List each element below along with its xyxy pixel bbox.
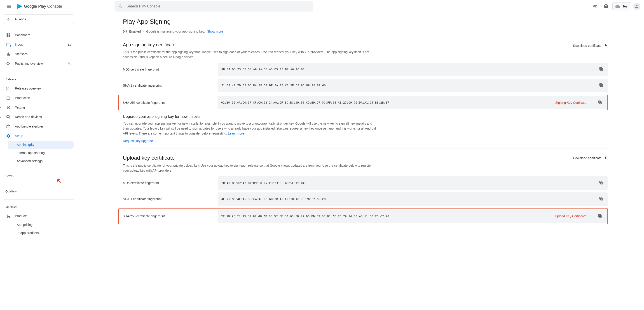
production-icon bbox=[6, 96, 10, 100]
help-button[interactable] bbox=[602, 2, 610, 11]
sidebar-section-grow[interactable]: Grow ▾ bbox=[4, 173, 74, 180]
sidebar-item-app-integrity[interactable]: App integrity bbox=[8, 141, 74, 149]
search-input[interactable] bbox=[126, 4, 310, 8]
download-label: Download certificate bbox=[573, 156, 602, 160]
user-avatar[interactable] bbox=[633, 3, 640, 10]
fp-value-box: 2F:7B:93:27:93:E7:82:48:AD:64:57:EE:D4:0… bbox=[218, 210, 607, 223]
annotation-upload: Upload Key Certificate bbox=[555, 214, 586, 218]
copy-icon bbox=[598, 214, 602, 218]
status-row: Enabled · Google is managing your app si… bbox=[123, 29, 608, 38]
fp-code: 2F:7B:93:27:93:E7:82:48:AD:64:57:EE:D4:0… bbox=[221, 215, 597, 218]
download-signing-cert-button[interactable]: Download certificate bbox=[573, 44, 608, 48]
download-label: Download certificate bbox=[573, 44, 602, 48]
upgrade-title: Upgrade your app signing key for new ins… bbox=[123, 114, 608, 119]
inbox-count-badge: 11 bbox=[68, 43, 71, 46]
sidebar-item-production[interactable]: Production bbox=[3, 93, 74, 103]
sidebar-item-advanced-settings[interactable]: Advanced settings bbox=[4, 157, 74, 165]
copy-button[interactable] bbox=[598, 82, 604, 89]
brand-text: Google Play Console bbox=[24, 4, 62, 9]
fp-label: MD5 certificate fingerprint bbox=[123, 68, 209, 71]
sidebar-item-setup[interactable]: Setup bbox=[3, 131, 74, 141]
sidebar-item-reach-devices[interactable]: Reach and devices bbox=[3, 112, 74, 122]
svg-point-1 bbox=[7, 62, 9, 65]
fp-label: SHA-1 certificate fingerprint bbox=[123, 84, 209, 87]
fingerprint-row-sha256: SHA-256 certificate fingerprint 02:B0:16… bbox=[123, 96, 607, 109]
upgrade-desc: You can upgrade your app signing key for… bbox=[123, 121, 376, 136]
sidebar-item-internal-app-sharing[interactable]: Internal app sharing bbox=[4, 149, 74, 157]
svg-rect-4 bbox=[7, 89, 8, 90]
svg-rect-0 bbox=[7, 43, 10, 46]
sidebar-label: Dashboard bbox=[15, 33, 30, 37]
gear-icon bbox=[6, 134, 10, 138]
logo[interactable]: Google Play Console bbox=[17, 4, 62, 9]
download-upload-cert-button[interactable]: Download certificate bbox=[573, 156, 608, 160]
copy-icon bbox=[599, 83, 603, 87]
search-wrap bbox=[114, 1, 313, 12]
stats-icon bbox=[6, 52, 10, 56]
status-enabled: Enabled bbox=[129, 30, 141, 33]
upgrade-section: Upgrade your app signing key for new ins… bbox=[123, 114, 608, 143]
svg-point-10 bbox=[9, 217, 10, 218]
sidebar-item-app-pricing[interactable]: App pricing bbox=[4, 221, 74, 229]
sidebar-item-app-bundle-explorer[interactable]: App bundle explorer bbox=[3, 122, 74, 131]
upload-section-title: Upload key certificate bbox=[123, 155, 376, 161]
all-apps-button[interactable]: All apps bbox=[3, 15, 74, 24]
sidebar-label: Setup bbox=[15, 134, 23, 138]
svg-rect-3 bbox=[9, 87, 10, 88]
divider bbox=[123, 149, 608, 149]
account-label: Test bbox=[622, 5, 628, 8]
upload-section-desc: This is the public certificate for your … bbox=[123, 163, 376, 173]
sidebar-item-statistics[interactable]: Statistics bbox=[3, 49, 74, 59]
sidebar-item-products[interactable]: Products bbox=[3, 211, 74, 221]
search-box[interactable] bbox=[114, 1, 313, 12]
hamburger-menu-button[interactable] bbox=[4, 1, 14, 12]
sidebar-item-in-app-products[interactable]: In-app products bbox=[4, 229, 74, 237]
copy-button[interactable] bbox=[597, 99, 603, 106]
sidebar-label: App bundle explorer bbox=[15, 125, 43, 128]
fp-value-box: 2B:AD:88:02:A7:81:D9:E0:F7:C3:33:6C:60:5… bbox=[218, 176, 608, 190]
account-switcher[interactable]: Test bbox=[612, 2, 631, 11]
sidebar-item-dashboard[interactable]: Dashboard bbox=[3, 30, 74, 40]
sidebar-label: Inbox bbox=[15, 43, 22, 46]
fp-code: 4E:29:9D:4F:A5:3B:C4:4F:E0:6B:3B:A8:FF:1… bbox=[221, 197, 598, 201]
menu-icon bbox=[6, 4, 12, 9]
copy-button[interactable] bbox=[598, 66, 604, 73]
fp-code: 51:A2:4E:7D:55:DD:DA:8F:5B:DF:5A:F0:CA:2… bbox=[221, 84, 598, 87]
svg-point-9 bbox=[8, 217, 8, 218]
fingerprint-row-sha256: SHA-256 certificate fingerprint 2F:7B:93… bbox=[123, 210, 607, 223]
upload-key-section: Upload key certificate This is the publi… bbox=[123, 155, 608, 224]
help-icon bbox=[604, 4, 608, 9]
dashboard-icon bbox=[6, 33, 10, 37]
annotation-signing: Signing Key Certiicate bbox=[555, 101, 586, 105]
sidebar-item-inbox[interactable]: Inbox 11 bbox=[3, 40, 74, 49]
page-title: Play App Signing bbox=[123, 18, 608, 25]
sidebar-item-testing[interactable]: Testing bbox=[3, 103, 74, 112]
copy-button[interactable] bbox=[597, 213, 603, 220]
download-icon bbox=[604, 156, 608, 160]
sidebar-section-quality[interactable]: Quality ▾ bbox=[4, 188, 74, 196]
sidebar-item-publishing-overview[interactable]: Publishing overview bbox=[3, 59, 74, 68]
status-desc: Google is managing your app signing key. bbox=[146, 30, 205, 33]
sidebar: All apps Dashboard Inbox 11 Statistics P… bbox=[0, 13, 78, 242]
all-apps-label: All apps bbox=[15, 18, 26, 21]
cloud-icon bbox=[615, 4, 620, 9]
sidebar-label: Publishing overview bbox=[15, 62, 43, 65]
fingerprint-row-sha1: SHA-1 certificate fingerprint 51:A2:4E:7… bbox=[123, 79, 608, 92]
request-key-upgrade-link[interactable]: Request key upgrade bbox=[123, 139, 608, 143]
sidebar-label: Products bbox=[15, 214, 27, 218]
topbar: Google Play Console Test bbox=[0, 0, 644, 13]
fp-label: SHA-256 certificate fingerprint bbox=[123, 101, 208, 105]
sidebar-item-releases-overview[interactable]: Releases overview bbox=[3, 84, 74, 93]
copy-button[interactable] bbox=[598, 180, 604, 187]
fp-code: 9B:E4:DD:73:53:5E:A8:9A:3F:A3:D5:15:B8:A… bbox=[221, 68, 598, 71]
link-button[interactable] bbox=[591, 2, 600, 11]
learn-more-link[interactable]: Learn more bbox=[228, 132, 244, 135]
fp-label: SHA-1 certificate fingerprint bbox=[123, 197, 209, 201]
fp-code: 02:B0:16:4A:C4:67:CF:C0:38:14:0A:CF:BD:B… bbox=[221, 101, 597, 104]
show-more-link[interactable]: Show more bbox=[207, 30, 223, 33]
copy-button[interactable] bbox=[598, 196, 604, 203]
download-icon bbox=[604, 44, 608, 48]
copy-icon bbox=[599, 67, 603, 71]
person-icon bbox=[634, 4, 639, 9]
sidebar-label: Reach and devices bbox=[15, 115, 42, 119]
